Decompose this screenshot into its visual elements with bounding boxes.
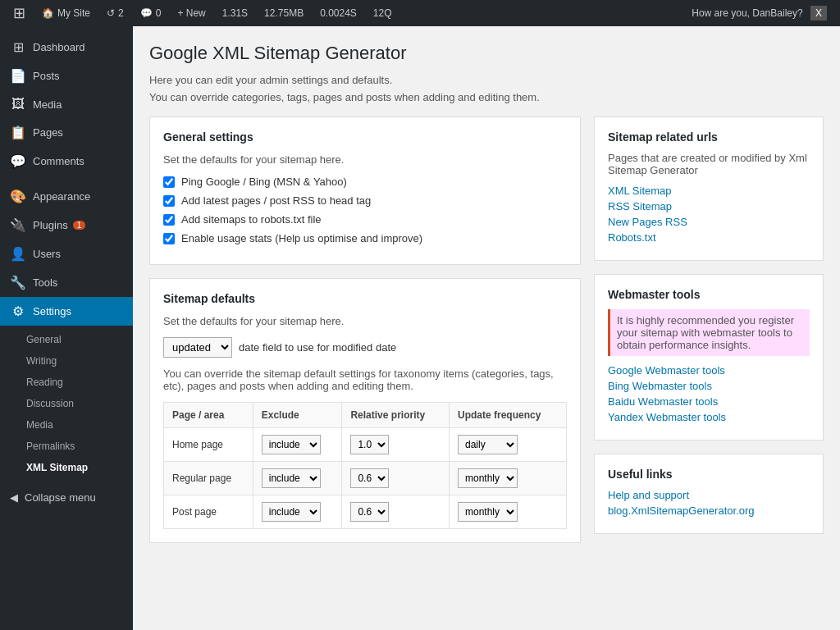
frequency-select-home[interactable]: always hourly daily weekly monthly yearl…: [458, 435, 518, 454]
checkbox-ping-label: Ping Google / Bing (MSN & Yahoo): [181, 176, 347, 188]
sidebar-item-plugins[interactable]: 🔌 Plugins 1: [0, 211, 133, 240]
checkbox-rss: Add latest pages / post RSS to head tag: [163, 194, 567, 207]
blog-link[interactable]: blog.XmlSitemapGenerator.org: [608, 504, 810, 517]
debug1: 1.31S: [216, 0, 254, 26]
collapse-label: Collapse menu: [25, 491, 96, 504]
priority-select-post[interactable]: 1.0 0.9 0.8 0.7 0.6 0.5: [350, 502, 389, 522]
checkbox-stats: Enable usage stats (Help us optimise and…: [163, 232, 567, 244]
sub-item-general[interactable]: General: [0, 329, 133, 350]
col-page: Page / area: [164, 403, 253, 428]
comments-bar[interactable]: 💬 0: [134, 0, 168, 26]
sub-item-media-settings[interactable]: Media: [0, 414, 133, 436]
help-support-link[interactable]: Help and support: [608, 489, 810, 501]
sub-item-reading[interactable]: Reading: [0, 372, 133, 393]
sidebar-item-posts[interactable]: 📄 Posts: [0, 62, 133, 90]
priority-select-home[interactable]: 1.0 0.9 0.8 0.7 0.6 0.5: [350, 435, 389, 454]
sidebar-item-dashboard[interactable]: ⊞ Dashboard: [0, 33, 133, 62]
sidebar-item-settings[interactable]: ⚙ Settings: [0, 297, 133, 326]
sidebar-item-label: Settings: [33, 305, 71, 317]
webmaster-tools-heading: Webmaster tools: [608, 288, 810, 301]
sidebar-item-users[interactable]: 👤 Users: [0, 240, 133, 268]
checkbox-rss-input[interactable]: [163, 195, 175, 207]
plugins-icon: 🔌: [10, 217, 26, 233]
cell-page: Post page: [164, 495, 253, 529]
frequency-select-post[interactable]: always hourly daily weekly monthly yearl…: [458, 502, 518, 522]
dashboard-icon: ⊞: [10, 39, 26, 55]
revisions-bar[interactable]: ↺ 2: [100, 0, 130, 26]
checkbox-ping: Ping Google / Bing (MSN & Yahoo): [163, 176, 567, 188]
rss-sitemap-link[interactable]: RSS Sitemap: [608, 200, 810, 212]
table-row: Post page include exclude 1.0: [164, 495, 567, 529]
date-field-select[interactable]: updated created modified: [163, 337, 232, 358]
new-bar[interactable]: + New: [171, 0, 212, 26]
cell-page: Regular page: [164, 462, 253, 495]
cell-exclude: include exclude: [253, 462, 342, 495]
sitemap-table: Page / area Exclude Relative priority Up…: [163, 402, 567, 529]
new-label: + New: [177, 7, 205, 19]
col-frequency: Update frequency: [449, 403, 566, 428]
site-name-bar[interactable]: 🏠 My Site: [35, 0, 97, 26]
checkbox-rss-label: Add latest pages / post RSS to head tag: [181, 194, 371, 207]
sidebar-item-media[interactable]: 🖼 Media: [0, 90, 133, 118]
table-row: Regular page include exclude 1.0: [164, 462, 567, 495]
sub-item-label: General: [26, 334, 62, 345]
checkbox-stats-input[interactable]: [163, 233, 175, 244]
sub-item-label: Reading: [26, 377, 63, 388]
baidu-webmaster-link[interactable]: Baidu Webmaster tools: [608, 395, 810, 408]
sidebar-item-label: Posts: [33, 70, 60, 82]
xml-sitemap-link[interactable]: XML Sitemap: [608, 185, 810, 197]
sidebar-item-appearance[interactable]: 🎨 Appearance: [0, 182, 133, 211]
sub-item-label: Permalinks: [26, 441, 75, 452]
sidebar-item-pages[interactable]: 📋 Pages: [0, 118, 133, 147]
sub-item-discussion[interactable]: Discussion: [0, 393, 133, 414]
comments-sidebar-icon: 💬: [10, 153, 26, 169]
yandex-webmaster-link[interactable]: Yandex Webmaster tools: [608, 411, 810, 423]
checkbox-stats-label: Enable usage stats (Help us optimise and…: [181, 232, 422, 244]
exclude-select-post[interactable]: include exclude: [262, 502, 321, 522]
checkbox-robots-input[interactable]: [163, 214, 175, 226]
page-title: Google XML Sitemap Generator: [149, 43, 824, 64]
wp-logo[interactable]: ⊞: [7, 0, 32, 26]
collapse-icon: ◀: [10, 491, 18, 504]
sub-item-label: Media: [26, 419, 53, 431]
revisions-count: 2: [118, 7, 124, 19]
appearance-icon: 🎨: [10, 189, 26, 204]
sub-item-xml-sitemap[interactable]: XML Sitemap: [0, 457, 133, 478]
sub-item-permalinks[interactable]: Permalinks: [0, 436, 133, 457]
col-priority: Relative priority: [342, 403, 450, 428]
media-icon: 🖼: [10, 97, 26, 112]
users-icon: 👤: [10, 246, 26, 262]
priority-select-regular[interactable]: 1.0 0.9 0.8 0.7 0.6 0.5: [350, 468, 389, 488]
checkbox-robots-label: Add sitemaps to robots.txt file: [181, 213, 322, 226]
sitemap-urls-heading: Sitemap related urls: [608, 130, 810, 144]
robots-txt-link[interactable]: Robots.txt: [608, 231, 810, 244]
new-pages-rss-link[interactable]: New Pages RSS: [608, 216, 810, 228]
checkbox-ping-input[interactable]: [163, 176, 175, 188]
sidebar-item-label: Comments: [33, 155, 84, 167]
google-webmaster-link[interactable]: Google Webmaster tools: [608, 364, 810, 377]
sidebar-item-label: Pages: [33, 126, 63, 139]
admin-bar: ⊞ 🏠 My Site ↺ 2 💬 0 + New 1.31S 12.75MB …: [0, 0, 840, 26]
checkbox-robots: Add sitemaps to robots.txt file: [163, 213, 567, 226]
wp-icon: ⊞: [13, 4, 25, 22]
exclude-select-regular[interactable]: include exclude: [262, 468, 321, 488]
cell-priority: 1.0 0.9 0.8 0.7 0.6 0.5: [342, 428, 450, 462]
comments-count: 0: [156, 7, 162, 19]
override-text: You can override the sitemap default set…: [163, 368, 567, 392]
sitemap-defaults-heading: Sitemap defaults: [163, 292, 567, 305]
date-field-label: date field to use for modified date: [239, 341, 396, 354]
sub-item-writing[interactable]: Writing: [0, 350, 133, 372]
exclude-select-home[interactable]: include exclude: [262, 435, 321, 454]
collapse-menu[interactable]: ◀ Collapse menu: [0, 485, 133, 510]
main-column: General settings Set the defaults for yo…: [149, 116, 581, 556]
logout-button[interactable]: X: [810, 6, 827, 21]
page-desc1: Here you can edit your admin settings an…: [149, 74, 824, 86]
sidebar-item-tools[interactable]: 🔧 Tools: [0, 268, 133, 297]
settings-icon: ⚙: [10, 304, 26, 319]
frequency-select-regular[interactable]: always hourly daily weekly monthly yearl…: [458, 468, 518, 488]
sidebar-item-comments[interactable]: 💬 Comments: [0, 147, 133, 176]
bing-webmaster-link[interactable]: Bing Webmaster tools: [608, 380, 810, 392]
debug2: 12.75MB: [258, 0, 310, 26]
cell-frequency: always hourly daily weekly monthly yearl…: [449, 495, 566, 529]
cell-exclude: include exclude: [253, 428, 342, 462]
